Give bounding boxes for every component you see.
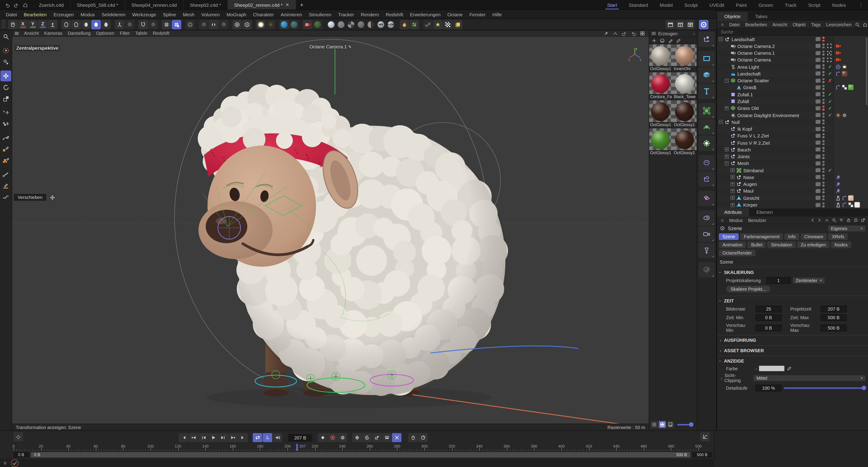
object-row[interactable]: Fuss V R 2.Ziel — [717, 139, 868, 146]
object-row[interactable]: +Nase — [717, 174, 868, 181]
home-icon[interactable] — [23, 2, 28, 7]
zeit-field[interactable]: 207 B — [820, 306, 847, 312]
material-item[interactable]: OctGlossy1 — [673, 128, 697, 156]
attr-search-icon[interactable] — [832, 218, 836, 222]
autokey-range-button[interactable]: A — [263, 433, 272, 442]
layer-toggle-icon[interactable] — [815, 203, 820, 207]
visibility-dots[interactable] — [822, 188, 825, 193]
tool-live-selection[interactable] — [0, 45, 11, 56]
menu-datei[interactable]: Datei — [3, 11, 20, 18]
attr-forward-icon[interactable] — [817, 218, 822, 222]
attr-chip-nodes[interactable]: Nodes — [831, 241, 851, 248]
expander-plus-icon[interactable]: + — [731, 203, 735, 207]
animation-mouse-button[interactable] — [408, 433, 418, 442]
material-edit-icon[interactable] — [668, 38, 673, 43]
goto-start-button[interactable] — [179, 433, 188, 442]
eyedropper-icon[interactable] — [787, 366, 792, 371]
redo-icon[interactable] — [13, 2, 19, 7]
viewport-menu-ansicht[interactable]: Ansicht — [21, 31, 41, 36]
object-row[interactable]: Landschaft✓ — [717, 70, 868, 77]
layer-toggle-icon[interactable] — [815, 161, 820, 165]
fcurve-mode-button[interactable] — [700, 432, 710, 441]
attr-chip-animation[interactable]: Animation — [719, 241, 746, 248]
object-row[interactable]: STOctane Camera — [717, 57, 868, 64]
menu-hilfe[interactable]: Hilfe — [489, 11, 505, 18]
viewport-menu-redshift[interactable]: Redshift — [150, 31, 172, 36]
tool-tweak[interactable] — [0, 57, 11, 67]
gizmo-lock-button[interactable] — [48, 20, 57, 29]
viewport-color-swatch[interactable] — [759, 366, 784, 371]
array-button[interactable] — [699, 119, 715, 135]
checkerboard-button[interactable] — [443, 20, 453, 29]
sun-dim-button[interactable] — [266, 20, 275, 29]
object-row[interactable]: Zufall✓ — [717, 98, 868, 105]
menu-erweiterungen[interactable]: Erweiterungen — [407, 11, 444, 18]
material-pen-button[interactable] — [699, 262, 715, 278]
tool-scale[interactable] — [0, 93, 11, 104]
visibility-dots[interactable] — [822, 133, 825, 138]
layer-toggle-icon[interactable] — [815, 189, 820, 193]
tool-sketch-squiggle[interactable] — [0, 192, 11, 203]
ipr-button[interactable] — [256, 20, 266, 29]
workspace-tab-start[interactable]: Start — [601, 1, 622, 8]
coordinate-system-button[interactable] — [8, 20, 18, 29]
attr-chip-bullet[interactable]: Bullet — [747, 241, 766, 248]
attr-target-icon[interactable] — [854, 218, 858, 222]
layer-toggle-icon[interactable] — [815, 99, 820, 103]
object-row[interactable]: +Maul — [717, 188, 868, 195]
layer-toggle-icon[interactable] — [815, 154, 820, 158]
material-blend-button[interactable]: BLEND — [386, 20, 396, 29]
layer-toggle-icon[interactable] — [815, 106, 820, 110]
pin-tag[interactable] — [835, 181, 841, 187]
attr-menu-icon[interactable]: ≡ — [719, 218, 726, 223]
viewport-refresh-icon[interactable] — [631, 31, 636, 36]
thumbnail-size-slider[interactable] — [677, 424, 695, 425]
material-create-menu[interactable]: Erzeugen — [658, 31, 678, 36]
material-list-view-button[interactable] — [651, 421, 658, 428]
tool-move[interactable] — [0, 70, 11, 82]
detail-field[interactable]: 100 % — [755, 385, 782, 392]
layer-toggle-icon[interactable] — [815, 65, 820, 69]
axis-modification-button[interactable] — [115, 20, 124, 29]
expander-plus-icon[interactable]: + — [731, 196, 735, 200]
workplane-button[interactable] — [172, 20, 181, 29]
expander-plus-icon[interactable]: + — [731, 182, 735, 186]
material-sphere-icon[interactable] — [659, 38, 665, 43]
play-button[interactable] — [209, 433, 218, 442]
layer-toggle-icon[interactable] — [815, 58, 820, 62]
layer-toggle-icon[interactable] — [815, 182, 820, 186]
render-view-button[interactable] — [303, 20, 312, 29]
cube-button[interactable] — [699, 67, 715, 83]
viewport-menu-darstellung[interactable]: Darstellung — [65, 31, 93, 36]
phong-tag[interactable] — [835, 85, 841, 90]
tool-pen-rect[interactable] — [0, 144, 11, 155]
enable-state[interactable]: ✓ — [827, 64, 833, 69]
axis-lock-z[interactable]: Z — [38, 20, 48, 29]
camera-tag[interactable] — [835, 57, 841, 63]
expander-minus-icon[interactable]: − — [719, 37, 723, 41]
material-half-button[interactable] — [366, 20, 376, 29]
material-diffuse-button[interactable] — [336, 20, 346, 29]
visibility-dots[interactable] — [822, 126, 825, 131]
instance-create-button[interactable] — [699, 191, 715, 206]
loop-playback-button[interactable] — [253, 433, 262, 442]
attr-tab-ebenen[interactable]: Ebenen — [749, 208, 780, 217]
menu-animieren[interactable]: Animieren — [278, 11, 305, 18]
om-menu-objekt[interactable]: Objekt — [790, 22, 808, 27]
viewport-menu-tafeln[interactable]: Tafeln — [132, 31, 150, 36]
pin-tag[interactable] — [835, 175, 841, 180]
render-in-viewport-button[interactable] — [665, 20, 675, 29]
node-editor-button[interactable] — [423, 20, 433, 29]
object-row[interactable]: STOctane Camera.1 — [717, 50, 868, 57]
object-row[interactable]: STOctane Daylight Environment✓ — [717, 112, 868, 119]
solo-animation-button[interactable] — [418, 433, 428, 442]
workspace-tab-sculpt[interactable]: Sculpt — [679, 1, 703, 8]
viewport-pin-icon[interactable] — [603, 31, 609, 36]
object-row[interactable]: −Landschaft — [717, 36, 868, 43]
attr-chip-cineware[interactable]: Cineware — [801, 233, 827, 240]
attr-filter-icon[interactable] — [839, 218, 844, 222]
enable-state[interactable]: ✓ — [827, 71, 833, 76]
om-menu-ansicht[interactable]: Ansicht — [770, 22, 789, 27]
button-mode-polygon[interactable] — [81, 20, 91, 29]
octane-sphere2-button[interactable] — [289, 20, 299, 29]
